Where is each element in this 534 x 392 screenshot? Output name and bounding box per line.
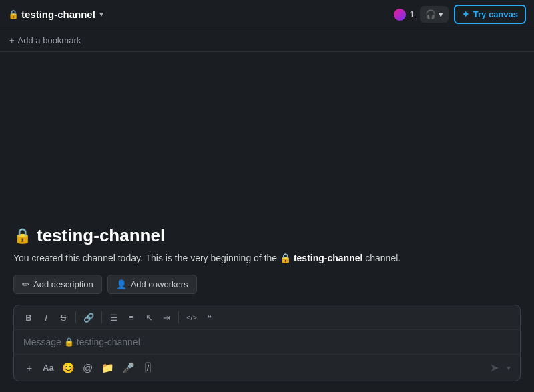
description-channel-name: testing-channel: [294, 253, 362, 263]
microphone-icon: 🎤: [122, 362, 135, 374]
emoji-button[interactable]: 😊: [59, 359, 78, 377]
send-button[interactable]: ➤: [487, 359, 501, 377]
plus-icon: +: [9, 35, 15, 45]
code-button[interactable]: </>: [183, 309, 200, 325]
try-canvas-button[interactable]: ✦ Try canvas: [454, 5, 526, 24]
cursor-button[interactable]: ↖: [141, 309, 157, 325]
italic-button[interactable]: I: [38, 309, 54, 325]
headphones-icon: 🎧: [425, 9, 436, 19]
add-bookmark-button[interactable]: + Add a bookmark: [9, 35, 81, 45]
try-canvas-label: Try canvas: [473, 9, 518, 19]
shortcuts-button[interactable]: /: [140, 359, 157, 377]
avatar-stack: [392, 7, 407, 22]
avatar: [392, 7, 407, 22]
add-coworkers-label: Add coworkers: [131, 279, 188, 289]
number-list-button[interactable]: ≡: [123, 309, 140, 325]
channel-intro: 🔒 testing-channel You created this chann…: [13, 225, 521, 294]
bold-icon: B: [25, 313, 31, 323]
bullet-list-button[interactable]: ☰: [106, 309, 122, 325]
add-bookmark-label: Add a bookmark: [18, 35, 81, 45]
channel-name-heading: testing-channel: [37, 225, 165, 246]
italic-icon: I: [45, 313, 47, 323]
lock-icon-topbar: 🔒: [8, 9, 19, 19]
huddle-button[interactable]: 🎧 ▾: [420, 6, 449, 23]
topbar-left: 🔒 testing-channel ▾: [8, 9, 103, 20]
cursor-icon: ↖: [146, 313, 153, 323]
toolbar-separator-1: [75, 311, 76, 323]
bullet-list-icon: ☰: [110, 313, 118, 323]
add-description-button[interactable]: ✏ Add description: [13, 275, 102, 294]
file-button[interactable]: 📁: [98, 359, 117, 377]
channel-intro-title: 🔒 testing-channel: [13, 225, 521, 246]
channel-name-topbar: testing-channel: [21, 9, 95, 20]
strikethrough-button[interactable]: S: [55, 309, 71, 325]
intro-actions: ✏ Add description 👤 Add coworkers: [13, 275, 521, 294]
placeholder-lock-icon: 🔒: [64, 337, 74, 347]
chevron-down-icon: ▾: [99, 10, 103, 19]
bold-button[interactable]: B: [21, 309, 37, 325]
blockquote-icon: ❝: [207, 313, 212, 323]
placeholder-channel-name: testing-channel: [77, 337, 140, 347]
member-count-group[interactable]: 1: [392, 7, 415, 22]
indent-button[interactable]: ⇥: [158, 309, 174, 325]
lock-icon-large: 🔒: [13, 227, 31, 245]
plus-circle-icon: +: [27, 362, 33, 373]
emoji-icon: 😊: [62, 362, 75, 374]
link-button[interactable]: 🔗: [80, 309, 97, 325]
send-icon: ➤: [490, 361, 499, 374]
mention-button[interactable]: @: [79, 359, 97, 377]
pencil-icon: ✏: [22, 279, 29, 289]
editor-footer-right: ➤ ▾: [487, 359, 513, 377]
topbar-right: 1 🎧 ▾ ✦ Try canvas: [392, 5, 526, 24]
editor-footer-left: + Aa 😊 @ 📁 🎤 /: [21, 359, 157, 377]
code-icon: </>: [186, 313, 197, 321]
send-dropdown-button[interactable]: ▾: [504, 361, 513, 375]
placeholder-text: Message: [23, 337, 61, 347]
editor-footer: + Aa 😊 @ 📁 🎤 / ➤ ▾: [14, 354, 520, 381]
blockquote-button[interactable]: ❝: [202, 309, 218, 325]
topbar: 🔒 testing-channel ▾ 1 🎧 ▾ ✦ Try canvas: [0, 0, 534, 29]
text-size-icon: Aa: [43, 363, 54, 373]
bookmark-bar: + Add a bookmark: [0, 29, 534, 52]
link-icon: 🔗: [83, 313, 94, 323]
add-coworkers-button[interactable]: 👤 Add coworkers: [107, 275, 197, 294]
text-size-button[interactable]: Aa: [39, 359, 57, 377]
toolbar-separator-2: [101, 311, 102, 323]
strikethrough-icon: S: [61, 313, 67, 323]
folder-icon: 📁: [101, 362, 114, 374]
canvas-icon: ✦: [462, 9, 469, 19]
message-input-area[interactable]: Message 🔒 testing-channel: [14, 330, 520, 354]
description-lock-icon: 🔒: [280, 253, 291, 263]
huddle-dropdown-icon: ▾: [439, 9, 443, 19]
editor-toolbar: B I S 🔗 ☰ ≡ ↖ ⇥ </> ❝: [14, 305, 520, 330]
description-prefix: You created this channel today. This is …: [13, 253, 277, 263]
message-editor: B I S 🔗 ☰ ≡ ↖ ⇥ </> ❝ Message 🔒 testing-…: [13, 305, 521, 381]
person-add-icon: 👤: [116, 279, 127, 289]
indent-icon: ⇥: [163, 313, 170, 323]
channel-intro-description: You created this channel today. This is …: [13, 251, 521, 265]
audio-button[interactable]: 🎤: [119, 359, 138, 377]
description-suffix: channel.: [365, 253, 400, 263]
slash-icon: /: [145, 362, 152, 373]
channel-title-bar[interactable]: 🔒 testing-channel ▾: [8, 9, 103, 20]
member-count: 1: [410, 9, 415, 19]
add-attachment-button[interactable]: +: [21, 359, 38, 377]
main-content: 🔒 testing-channel You created this chann…: [0, 52, 534, 392]
at-icon: @: [83, 362, 93, 373]
toolbar-separator-3: [178, 311, 179, 323]
add-description-label: Add description: [33, 279, 93, 289]
send-dropdown-icon: ▾: [507, 363, 511, 373]
number-list-icon: ≡: [129, 313, 134, 323]
